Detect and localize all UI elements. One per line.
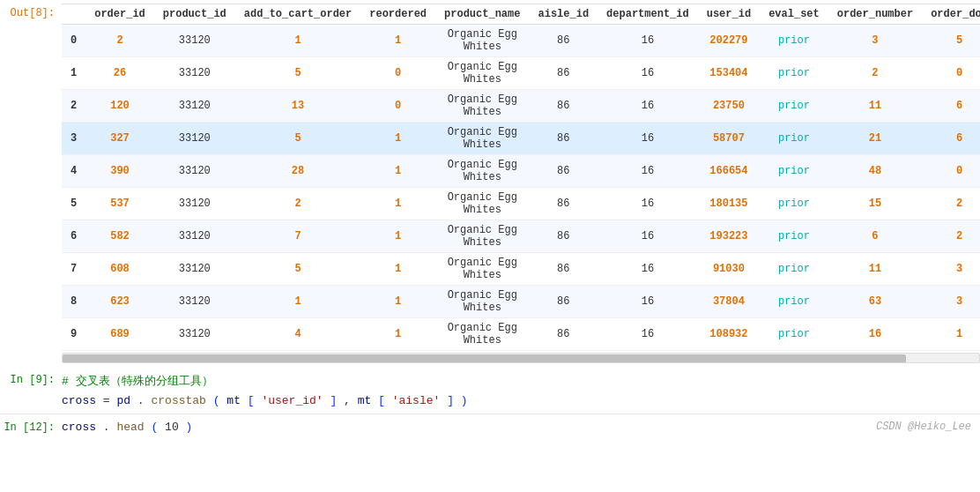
cell-product_name: Organic Egg Whites — [435, 286, 529, 318]
cell-aisle_id: 86 — [529, 155, 598, 188]
row-index: 9 — [62, 318, 85, 351]
cell-eval_set: prior — [760, 90, 828, 123]
cell-department_id: 16 — [598, 253, 698, 286]
cell-add_to_cart_order: 5 — [235, 253, 360, 286]
cell-eval_set: prior — [760, 188, 828, 220]
cell-user_id: 23750 — [698, 90, 760, 123]
cell-product_name: Organic Egg Whites — [435, 57, 529, 90]
cell-add_to_cart_order: 5 — [235, 123, 360, 155]
cell-aisle_id: 86 — [529, 57, 598, 90]
code-line-cross-head: cross . head ( 10 ) — [62, 418, 980, 436]
cell-product_name: Organic Egg Whites — [435, 188, 529, 220]
cell-reordered: 0 — [360, 57, 435, 90]
cell-order_number: 11 — [828, 253, 922, 286]
cell-divider — [0, 414, 980, 414]
input-content-12[interactable]: cross . head ( 10 ) — [62, 418, 980, 436]
cell-reordered: 1 — [360, 25, 435, 57]
col-header-order_dow: order_dow — [922, 4, 980, 25]
cell-aisle_id: 86 — [529, 318, 598, 351]
cell-department_id: 16 — [598, 25, 698, 57]
col-header-user_id: user_id — [698, 4, 760, 25]
col-header-add_to_cart_order: add_to_cart_order — [235, 4, 360, 25]
cell-department_id: 16 — [598, 188, 698, 220]
cell-user_id: 91030 — [698, 253, 760, 286]
cell-user_id: 108932 — [698, 318, 760, 351]
cell-product_name: Organic Egg Whites — [435, 220, 529, 253]
cell-user_id: 37804 — [698, 286, 760, 318]
cell-order_dow: 0 — [922, 155, 980, 188]
cell-reordered: 1 — [360, 123, 435, 155]
row-index: 7 — [62, 253, 85, 286]
cell-department_id: 16 — [598, 155, 698, 188]
cell-product_name: Organic Egg Whites — [435, 90, 529, 123]
input-content-9[interactable]: # 交叉表（特殊的分组工具） cross = pd . crosstab ( m… — [62, 370, 980, 410]
cell-product_id: 33120 — [154, 286, 235, 318]
cell-reordered: 1 — [360, 188, 435, 220]
cell-product_id: 33120 — [154, 318, 235, 351]
cell-eval_set: prior — [760, 25, 828, 57]
cell-product_id: 33120 — [154, 90, 235, 123]
cell-aisle_id: 86 — [529, 253, 598, 286]
dataframe-container[interactable]: order_id product_id add_to_cart_order re… — [62, 4, 980, 351]
cell-add_to_cart_order: 4 — [235, 318, 360, 351]
cell-order_dow: 6 — [922, 123, 980, 155]
cell-department_id: 16 — [598, 123, 698, 155]
input-cell-9: In [9]: # 交叉表（特殊的分组工具） cross = pd . cros… — [0, 369, 980, 412]
cell-add_to_cart_order: 1 — [235, 286, 360, 318]
cell-department_id: 16 — [598, 57, 698, 90]
cell-user_id: 193223 — [698, 220, 760, 253]
cell-department_id: 16 — [598, 220, 698, 253]
cell-product_id: 33120 — [154, 253, 235, 286]
row-index: 0 — [62, 25, 85, 57]
cell-product_id: 33120 — [154, 220, 235, 253]
cell-department_id: 16 — [598, 286, 698, 318]
cell-order_id: 689 — [85, 318, 154, 351]
cell-department_id: 16 — [598, 90, 698, 123]
output-label-8: Out[8]: — [0, 4, 62, 19]
cell-eval_set: prior — [760, 123, 828, 155]
cell-product_id: 33120 — [154, 25, 235, 57]
cell-department_id: 16 — [598, 318, 698, 351]
cell-product_name: Organic Egg Whites — [435, 318, 529, 351]
cell-order_dow: 3 — [922, 286, 980, 318]
cell-add_to_cart_order: 5 — [235, 57, 360, 90]
cell-order_id: 120 — [85, 90, 154, 123]
table-header-row: order_id product_id add_to_cart_order re… — [62, 4, 980, 25]
cell-product_id: 33120 — [154, 155, 235, 188]
cell-order_dow: 2 — [922, 220, 980, 253]
col-header-department_id: department_id — [598, 4, 698, 25]
cell-product_name: Organic Egg Whites — [435, 155, 529, 188]
cell-user_id: 166654 — [698, 155, 760, 188]
col-header-product_id: product_id — [154, 4, 235, 25]
cell-product_id: 33120 — [154, 188, 235, 220]
table-row: 33273312051Organic Egg Whites861658707pr… — [62, 123, 980, 155]
cell-order_number: 6 — [828, 220, 922, 253]
horizontal-scrollbar[interactable] — [62, 353, 980, 363]
row-index: 8 — [62, 286, 85, 318]
cell-reordered: 1 — [360, 286, 435, 318]
cell-reordered: 1 — [360, 220, 435, 253]
col-header-product_name: product_name — [435, 4, 529, 25]
cell-order_id: 2 — [85, 25, 154, 57]
row-index: 5 — [62, 188, 85, 220]
table-row: 86233312011Organic Egg Whites861637804pr… — [62, 286, 980, 318]
cell-add_to_cart_order: 2 — [235, 188, 360, 220]
table-row: 76083312051Organic Egg Whites861691030pr… — [62, 253, 980, 286]
cell-eval_set: prior — [760, 253, 828, 286]
cell-reordered: 1 — [360, 318, 435, 351]
cell-order_number: 63 — [828, 286, 922, 318]
cell-user_id: 202279 — [698, 25, 760, 57]
cell-order_id: 26 — [85, 57, 154, 90]
cell-add_to_cart_order: 1 — [235, 25, 360, 57]
cell-user_id: 153404 — [698, 57, 760, 90]
data-table: order_id product_id add_to_cart_order re… — [62, 4, 980, 351]
cell-order_number: 15 — [828, 188, 922, 220]
cell-order_dow: 3 — [922, 253, 980, 286]
table-row: 1263312050Organic Egg Whites8616153404pr… — [62, 57, 980, 90]
cell-product_id: 33120 — [154, 123, 235, 155]
cell-order_dow: 6 — [922, 90, 980, 123]
input-cell-12: In [12]: cross . head ( 10 ) CSDN @Heiko… — [0, 416, 980, 438]
output-content-8: order_id product_id add_to_cart_order re… — [62, 4, 980, 365]
cell-order_id: 327 — [85, 123, 154, 155]
cell-aisle_id: 86 — [529, 25, 598, 57]
